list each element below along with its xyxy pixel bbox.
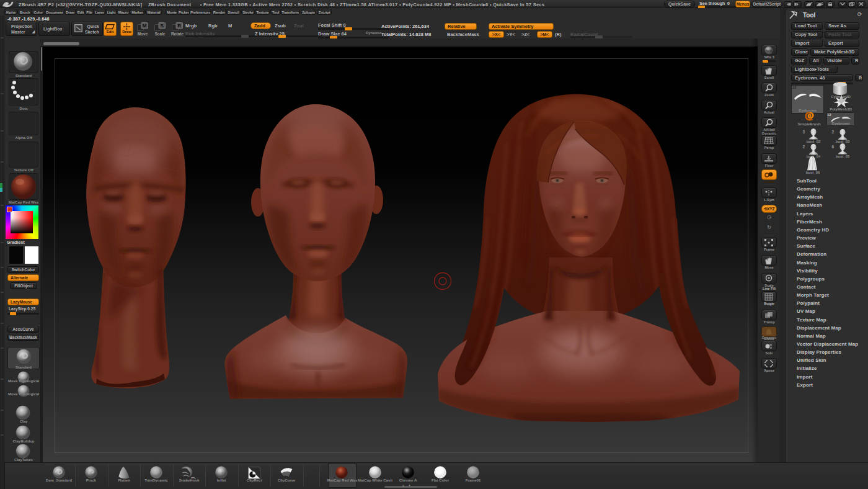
svg-text:R: R — [177, 23, 181, 29]
svg-text:BPR: BPR — [766, 49, 773, 53]
svg-text:M: M — [143, 23, 147, 29]
svg-text:S: S — [161, 23, 164, 29]
